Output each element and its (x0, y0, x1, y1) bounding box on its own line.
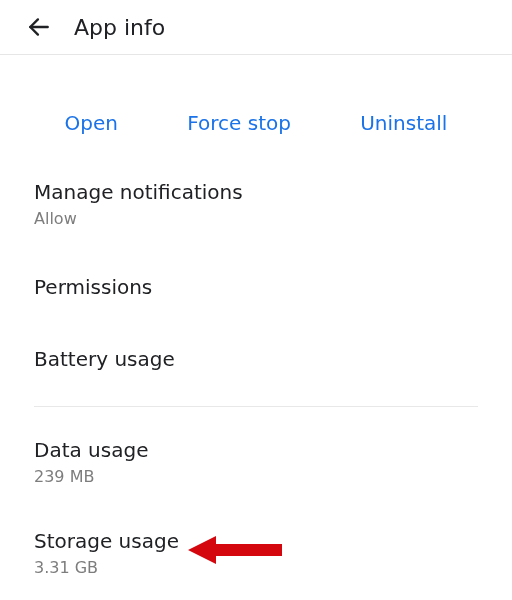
manage-notifications-label: Manage notifications (34, 179, 478, 205)
data-usage-sub: 239 MB (34, 467, 478, 486)
data-usage-label: Data usage (34, 437, 478, 463)
data-usage-item[interactable]: Data usage 239 MB (0, 423, 512, 504)
uninstall-button[interactable]: Uninstall (360, 111, 447, 135)
storage-usage-label: Storage usage (34, 528, 478, 554)
battery-usage-item[interactable]: Battery usage (0, 318, 512, 398)
storage-usage-sub: 3.31 GB (34, 558, 478, 577)
permissions-item[interactable]: Permissions (0, 246, 512, 318)
storage-usage-item[interactable]: Storage usage 3.31 GB (0, 504, 512, 595)
action-row: Open Force stop Uninstall (0, 55, 512, 163)
force-stop-button[interactable]: Force stop (187, 111, 291, 135)
open-button[interactable]: Open (65, 111, 118, 135)
battery-usage-label: Battery usage (34, 346, 478, 372)
page-title: App info (74, 15, 165, 40)
settings-list: Manage notifications Allow Permissions B… (0, 163, 512, 595)
section-divider (34, 406, 478, 407)
manage-notifications-item[interactable]: Manage notifications Allow (0, 163, 512, 246)
app-bar: App info (0, 0, 512, 55)
back-arrow-icon[interactable] (26, 14, 52, 40)
permissions-label: Permissions (34, 274, 478, 300)
manage-notifications-sub: Allow (34, 209, 478, 228)
